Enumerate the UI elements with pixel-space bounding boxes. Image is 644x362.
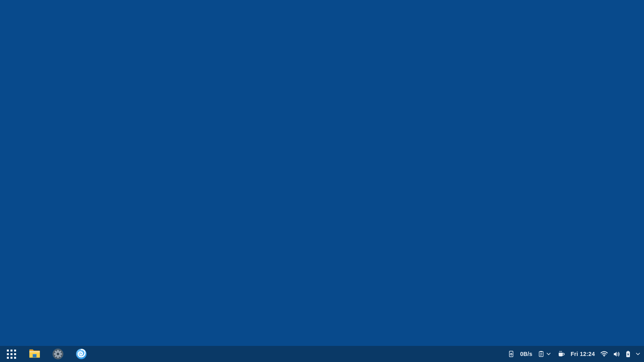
caffeine-button[interactable] — [558, 346, 565, 362]
taskbar-tray: 0B/s — [508, 346, 644, 362]
chevron-down-icon — [547, 352, 551, 356]
desktop-background[interactable] — [0, 0, 644, 346]
volume-button[interactable] — [613, 346, 620, 362]
apps-grid-icon — [7, 350, 16, 359]
volume-icon — [613, 351, 620, 357]
device-sync-button[interactable] — [508, 346, 514, 362]
svg-point-14 — [57, 353, 59, 355]
clipboard-button[interactable] — [538, 351, 544, 357]
clipboard-icon — [538, 351, 544, 357]
battery-charging-icon — [626, 351, 630, 358]
wifi-icon — [601, 351, 608, 357]
svg-point-23 — [604, 356, 605, 356]
svg-rect-0 — [29, 351, 40, 352]
apps-launcher-button[interactable] — [6, 348, 17, 360]
taskbar: 0B/s — [0, 346, 644, 362]
taskbar-left-group — [0, 346, 87, 362]
wifi-button[interactable] — [601, 346, 608, 362]
clipboard-dropdown-button[interactable] — [547, 352, 551, 356]
browser-button[interactable] — [76, 348, 87, 360]
gear-icon — [52, 348, 64, 360]
svg-rect-18 — [539, 352, 543, 357]
phone-sync-icon — [508, 351, 514, 357]
chevron-down-icon — [636, 352, 640, 356]
folder-icon — [29, 349, 40, 359]
svg-rect-19 — [540, 351, 542, 352]
clipboard-tray-group — [538, 351, 551, 357]
tray-expand-button[interactable] — [636, 346, 640, 362]
file-manager-button[interactable] — [29, 348, 40, 360]
network-speed-indicator[interactable]: 0B/s — [520, 346, 532, 362]
browser-swirl-icon — [76, 348, 87, 360]
coffee-cup-icon — [558, 351, 565, 357]
battery-button[interactable] — [626, 346, 630, 362]
settings-button[interactable] — [52, 348, 64, 360]
svg-rect-2 — [33, 354, 36, 354]
clock-button[interactable]: Fri 12:24 — [571, 346, 595, 362]
